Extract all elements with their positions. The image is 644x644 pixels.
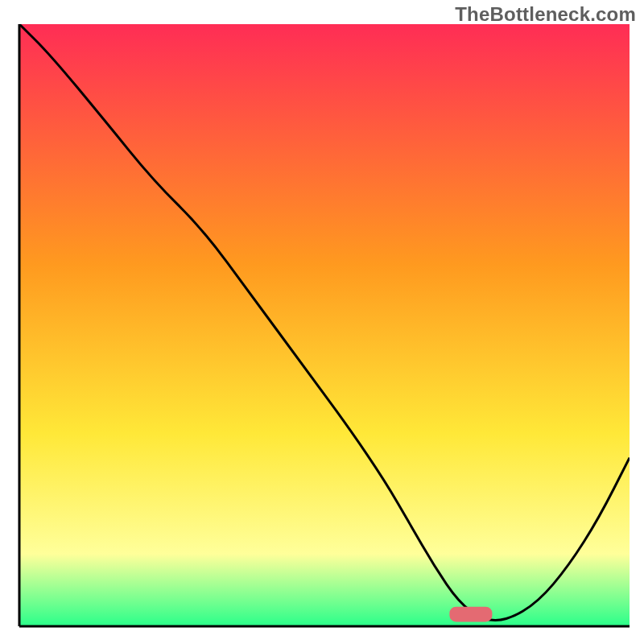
watermark-label: TheBottleneck.com xyxy=(455,3,636,26)
bottleneck-chart xyxy=(0,0,644,644)
chart-container: TheBottleneck.com xyxy=(0,0,644,644)
optimal-range-marker xyxy=(449,607,492,622)
gradient-background xyxy=(19,24,630,626)
